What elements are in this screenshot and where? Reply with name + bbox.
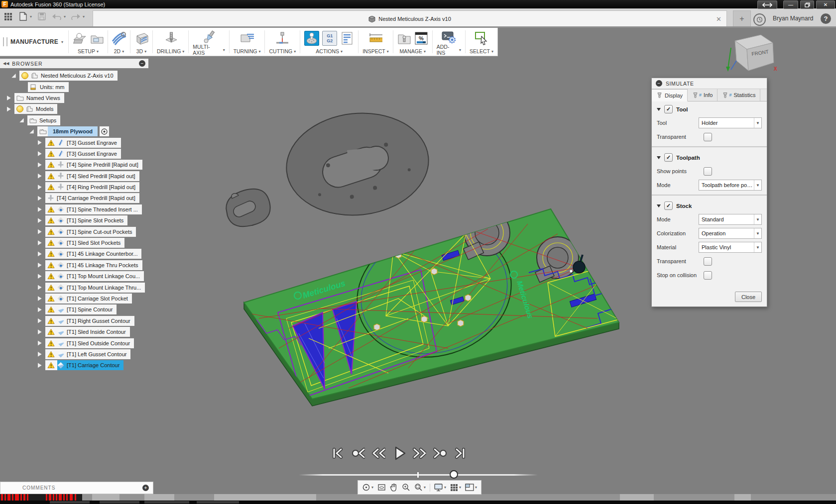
- expand-arrow[interactable]: [19, 117, 24, 123]
- file-menu-caret-icon[interactable]: ▾: [30, 14, 32, 19]
- tool-transparent-checkbox[interactable]: [704, 133, 712, 141]
- close-button[interactable]: Close: [735, 292, 762, 302]
- operation-item-selected[interactable]: [T1] Carriage Contour: [45, 360, 123, 370]
- toolpath-section-checkbox[interactable]: ✓: [664, 153, 673, 162]
- operation-item[interactable]: [T1] Sled Slot Pockets: [45, 238, 124, 248]
- user-name[interactable]: Bryan Maynard: [773, 15, 813, 22]
- operation-item[interactable]: [T1] Spine Slot Pockets: [45, 215, 127, 225]
- expand-arrow[interactable]: [37, 229, 42, 234]
- turning-icon[interactable]: [240, 31, 254, 45]
- multi-axis-icon[interactable]: [202, 30, 216, 44]
- operation-item[interactable]: [T4] Spine Predrill [Rapid out]: [45, 160, 142, 170]
- file-menu-icon[interactable]: [18, 11, 28, 21]
- operation-item[interactable]: [T1] Sled Inside Contour: [45, 327, 130, 337]
- select-icon[interactable]: [475, 31, 488, 45]
- stop-collision-checkbox[interactable]: [704, 271, 712, 280]
- operation-item[interactable]: [T1] Top Mount Linkage Cou...: [45, 271, 144, 281]
- operations-timeline[interactable]: [0, 494, 836, 501]
- expand-arrow[interactable]: [37, 329, 42, 335]
- stretch-window-button[interactable]: [757, 0, 777, 9]
- show-points-checkbox[interactable]: [704, 167, 712, 176]
- browser-minus-icon[interactable]: −: [139, 60, 145, 67]
- save-icon[interactable]: [37, 11, 47, 21]
- expand-arrow[interactable]: [37, 351, 42, 357]
- tab-info[interactable]: # Info: [688, 89, 717, 101]
- operation-item[interactable]: [T1] Sled Outside Contour: [45, 338, 134, 348]
- go-to-end-button[interactable]: [453, 446, 467, 460]
- visibility-bulb-icon[interactable]: [16, 105, 23, 112]
- document-tab[interactable]: Nested Meticulous Z-Axis v10 ✕: [93, 10, 727, 27]
- expand-arrow[interactable]: [37, 274, 42, 279]
- play-button[interactable]: [392, 446, 406, 460]
- operation-item[interactable]: [T1] Carriage Slot Pocket: [45, 294, 132, 303]
- expand-arrow[interactable]: [37, 151, 42, 156]
- tab-display[interactable]: Display: [652, 89, 688, 101]
- step-forward-button[interactable]: [412, 446, 426, 460]
- stock-section-checkbox[interactable]: ✓: [664, 202, 673, 210]
- visibility-bulb-icon[interactable]: [21, 72, 28, 79]
- expand-arrow[interactable]: [37, 296, 42, 302]
- expand-arrow[interactable]: [6, 95, 11, 101]
- tool-library-icon[interactable]: [397, 31, 411, 45]
- browser-header[interactable]: ◀◀ BROWSER −: [0, 59, 148, 68]
- colorization-dropdown[interactable]: Operation ▼: [699, 228, 762, 239]
- setup-icon-chip[interactable]: [37, 126, 48, 136]
- comments-bar[interactable]: COMMENTS +: [0, 482, 153, 494]
- measure-icon[interactable]: [368, 31, 382, 45]
- task-manager-icon[interactable]: %: [414, 31, 428, 45]
- operation-item[interactable]: [T4] Ring Predrill [Rapid out]: [45, 182, 139, 192]
- stock-section-header[interactable]: ✓ Stock: [652, 198, 767, 212]
- toolpath-mode-dropdown[interactable]: Toolpath before posit... ▼: [699, 180, 762, 191]
- panel-minus-icon[interactable]: −: [656, 80, 662, 87]
- next-operation-button[interactable]: [433, 446, 447, 460]
- collapse-triangle-icon[interactable]: [657, 204, 661, 207]
- close-tab-icon[interactable]: ✕: [716, 15, 721, 23]
- 2d-milling-icon[interactable]: [112, 31, 126, 45]
- new-setup-icon[interactable]: [73, 31, 87, 45]
- operation-item[interactable]: [T1] Spine Threaded Insert ...: [45, 204, 142, 214]
- setup-radio-chip[interactable]: [100, 126, 109, 136]
- new-tab-button[interactable]: +: [733, 10, 751, 27]
- named-views-node[interactable]: Named Views: [14, 93, 64, 103]
- operation-item[interactable]: [T3] Gusset Engrave: [45, 149, 121, 159]
- expand-arrow[interactable]: [11, 73, 16, 79]
- expand-arrow[interactable]: [37, 162, 42, 168]
- expand-arrow[interactable]: [37, 251, 42, 257]
- restore-button[interactable]: [800, 0, 814, 9]
- tool-section-checkbox[interactable]: ✓: [664, 105, 673, 113]
- stock-mode-dropdown[interactable]: Standard ▼: [699, 214, 762, 225]
- expand-arrow[interactable]: [37, 140, 42, 145]
- operation-item[interactable]: [T1] Right Gusset Contour: [45, 316, 134, 326]
- redo-caret-icon[interactable]: ▾: [83, 14, 85, 19]
- expand-arrow[interactable]: [6, 106, 11, 112]
- grid-settings-icon[interactable]: ▾: [450, 484, 461, 492]
- cutting-icon[interactable]: [275, 31, 289, 45]
- workspace-selector[interactable]: MANUFACTURE ▾: [0, 28, 68, 56]
- expand-arrow[interactable]: [37, 262, 42, 268]
- operation-item[interactable]: [T4] Carriage Predrill [Rapid out]: [45, 193, 139, 203]
- operation-item[interactable]: [T1] 45 Linkage Counterbor...: [45, 249, 141, 259]
- toolpath-section-header[interactable]: ✓ Toolpath: [652, 150, 767, 164]
- look-at-icon[interactable]: [377, 483, 386, 492]
- setups-node[interactable]: Setups: [27, 115, 60, 125]
- view-cube[interactable]: FRONT X: [721, 30, 781, 81]
- zoom-window-icon[interactable]: ▾: [414, 483, 426, 492]
- post-process-icon[interactable]: G1 G2: [322, 31, 337, 46]
- help-icon[interactable]: ?: [821, 13, 831, 24]
- display-settings-icon[interactable]: ▾: [434, 484, 446, 492]
- root-node[interactable]: Nested Meticulous Z-Axis v10: [19, 71, 118, 81]
- collapse-triangle-icon[interactable]: [657, 108, 661, 111]
- simulation-timeline-slider[interactable]: [299, 470, 538, 480]
- stock-transparent-checkbox[interactable]: [704, 257, 712, 266]
- expand-arrow[interactable]: [37, 196, 42, 201]
- expand-arrow[interactable]: [37, 285, 42, 290]
- orbit-tool-icon[interactable]: ▾: [362, 483, 373, 492]
- minimize-button[interactable]: —: [783, 0, 798, 9]
- app-launcher-icon[interactable]: [3, 11, 13, 21]
- undo-caret-icon[interactable]: ▾: [64, 14, 66, 19]
- expand-arrow[interactable]: [37, 340, 42, 346]
- slider-thumb[interactable]: [450, 470, 458, 479]
- go-to-start-button[interactable]: [331, 446, 345, 460]
- expand-arrow[interactable]: [37, 307, 42, 312]
- close-window-button[interactable]: ✕: [816, 0, 835, 9]
